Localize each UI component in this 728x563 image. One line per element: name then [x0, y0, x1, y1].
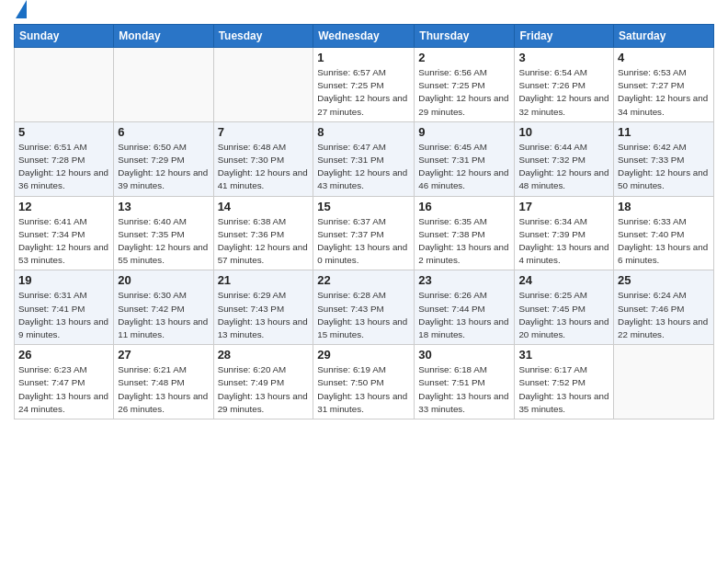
day-number: 17	[518, 200, 609, 213]
calendar-cell: 3Sunrise: 6:54 AMSunset: 7:26 PMDaylight…	[515, 48, 614, 122]
day-info: Sunrise: 6:29 AMSunset: 7:43 PMDaylight:…	[218, 289, 310, 341]
day-number: 19	[18, 273, 109, 287]
day-info: Sunrise: 6:57 AMSunset: 7:25 PMDaylight:…	[317, 66, 410, 119]
weekday-header-monday: Monday	[114, 25, 213, 48]
day-number: 7	[218, 125, 310, 139]
calendar-cell: 4Sunrise: 6:53 AMSunset: 7:27 PMDaylight…	[614, 48, 714, 122]
day-info: Sunrise: 6:38 AMSunset: 7:36 PMDaylight:…	[218, 215, 310, 268]
weekday-header-tuesday: Tuesday	[213, 25, 313, 48]
calendar-cell: 1Sunrise: 6:57 AMSunset: 7:25 PMDaylight…	[313, 48, 415, 122]
day-info: Sunrise: 6:18 AMSunset: 7:51 PMDaylight:…	[418, 363, 510, 416]
day-info: Sunrise: 6:25 AMSunset: 7:45 PMDaylight:…	[518, 289, 609, 341]
calendar-cell: 15Sunrise: 6:37 AMSunset: 7:37 PMDayligh…	[313, 196, 415, 270]
calendar-cell: 26Sunrise: 6:23 AMSunset: 7:47 PMDayligh…	[15, 345, 114, 419]
day-number: 4	[618, 51, 710, 64]
weekday-header-sunday: Sunday	[15, 25, 114, 48]
calendar-cell: 27Sunrise: 6:21 AMSunset: 7:48 PMDayligh…	[114, 345, 213, 419]
day-info: Sunrise: 6:17 AMSunset: 7:52 PMDaylight:…	[518, 363, 609, 416]
header	[14, 9, 714, 18]
day-info: Sunrise: 6:24 AMSunset: 7:46 PMDaylight:…	[618, 289, 710, 341]
calendar-cell: 31Sunrise: 6:17 AMSunset: 7:52 PMDayligh…	[515, 345, 614, 419]
calendar-cell: 2Sunrise: 6:56 AMSunset: 7:25 PMDaylight…	[415, 48, 515, 122]
day-info: Sunrise: 6:35 AMSunset: 7:38 PMDaylight:…	[418, 215, 510, 268]
calendar-cell: 16Sunrise: 6:35 AMSunset: 7:38 PMDayligh…	[415, 196, 515, 270]
week-row-5: 26Sunrise: 6:23 AMSunset: 7:47 PMDayligh…	[15, 345, 714, 419]
calendar-cell: 29Sunrise: 6:19 AMSunset: 7:50 PMDayligh…	[313, 345, 415, 419]
day-info: Sunrise: 6:51 AMSunset: 7:28 PMDaylight:…	[18, 141, 109, 193]
week-row-3: 12Sunrise: 6:41 AMSunset: 7:34 PMDayligh…	[15, 196, 714, 270]
calendar-cell: 19Sunrise: 6:31 AMSunset: 7:41 PMDayligh…	[15, 270, 114, 345]
day-info: Sunrise: 6:53 AMSunset: 7:27 PMDaylight:…	[618, 66, 710, 119]
week-row-1: 1Sunrise: 6:57 AMSunset: 7:25 PMDaylight…	[15, 48, 714, 122]
calendar-cell: 9Sunrise: 6:45 AMSunset: 7:31 PMDaylight…	[415, 121, 515, 196]
day-number: 23	[418, 273, 510, 287]
day-info: Sunrise: 6:30 AMSunset: 7:42 PMDaylight:…	[118, 289, 209, 341]
day-info: Sunrise: 6:20 AMSunset: 7:49 PMDaylight:…	[218, 363, 310, 416]
day-number: 3	[518, 51, 609, 64]
day-info: Sunrise: 6:23 AMSunset: 7:47 PMDaylight:…	[18, 363, 109, 416]
calendar-cell: 13Sunrise: 6:40 AMSunset: 7:35 PMDayligh…	[114, 196, 213, 270]
calendar-cell: 28Sunrise: 6:20 AMSunset: 7:49 PMDayligh…	[213, 345, 313, 419]
day-info: Sunrise: 6:19 AMSunset: 7:50 PMDaylight:…	[317, 363, 410, 416]
day-number: 26	[18, 348, 109, 362]
day-number: 8	[317, 125, 410, 139]
day-number: 9	[418, 125, 510, 139]
day-number: 25	[618, 273, 710, 287]
day-number: 27	[118, 348, 209, 362]
logo-triangle-icon	[16, 0, 27, 18]
day-info: Sunrise: 6:47 AMSunset: 7:31 PMDaylight:…	[317, 141, 410, 193]
day-info: Sunrise: 6:56 AMSunset: 7:25 PMDaylight:…	[418, 66, 510, 119]
day-info: Sunrise: 6:26 AMSunset: 7:44 PMDaylight:…	[418, 289, 510, 341]
weekday-header-friday: Friday	[515, 25, 614, 48]
calendar-cell: 20Sunrise: 6:30 AMSunset: 7:42 PMDayligh…	[114, 270, 213, 345]
calendar-cell	[614, 345, 714, 419]
day-number: 31	[518, 348, 609, 362]
day-info: Sunrise: 6:48 AMSunset: 7:30 PMDaylight:…	[218, 141, 310, 193]
day-info: Sunrise: 6:31 AMSunset: 7:41 PMDaylight:…	[18, 289, 109, 341]
week-row-4: 19Sunrise: 6:31 AMSunset: 7:41 PMDayligh…	[15, 270, 714, 345]
calendar-cell: 17Sunrise: 6:34 AMSunset: 7:39 PMDayligh…	[515, 196, 614, 270]
calendar-cell: 23Sunrise: 6:26 AMSunset: 7:44 PMDayligh…	[415, 270, 515, 345]
day-number: 16	[418, 200, 510, 213]
calendar-cell: 22Sunrise: 6:28 AMSunset: 7:43 PMDayligh…	[313, 270, 415, 345]
day-number: 24	[518, 273, 609, 287]
day-number: 30	[418, 348, 510, 362]
weekday-header-row: SundayMondayTuesdayWednesdayThursdayFrid…	[15, 25, 714, 48]
day-info: Sunrise: 6:41 AMSunset: 7:34 PMDaylight:…	[18, 215, 109, 268]
calendar-cell: 25Sunrise: 6:24 AMSunset: 7:46 PMDayligh…	[614, 270, 714, 345]
calendar-cell: 10Sunrise: 6:44 AMSunset: 7:32 PMDayligh…	[515, 121, 614, 196]
calendar-cell: 8Sunrise: 6:47 AMSunset: 7:31 PMDaylight…	[313, 121, 415, 196]
day-number: 15	[317, 200, 410, 213]
weekday-header-wednesday: Wednesday	[313, 25, 415, 48]
day-info: Sunrise: 6:45 AMSunset: 7:31 PMDaylight:…	[418, 141, 510, 193]
calendar-cell: 11Sunrise: 6:42 AMSunset: 7:33 PMDayligh…	[614, 121, 714, 196]
day-info: Sunrise: 6:34 AMSunset: 7:39 PMDaylight:…	[518, 215, 609, 268]
day-number: 21	[218, 273, 310, 287]
calendar-cell: 24Sunrise: 6:25 AMSunset: 7:45 PMDayligh…	[515, 270, 614, 345]
page-container: SundayMondayTuesdayWednesdayThursdayFrid…	[0, 0, 728, 427]
logo	[14, 9, 27, 18]
day-number: 1	[317, 51, 410, 64]
day-number: 13	[118, 200, 209, 213]
day-number: 14	[218, 200, 310, 213]
day-number: 20	[118, 273, 209, 287]
day-number: 22	[317, 273, 410, 287]
day-info: Sunrise: 6:50 AMSunset: 7:29 PMDaylight:…	[118, 141, 209, 193]
day-info: Sunrise: 6:54 AMSunset: 7:26 PMDaylight:…	[518, 66, 609, 119]
day-info: Sunrise: 6:37 AMSunset: 7:37 PMDaylight:…	[317, 215, 410, 268]
calendar-cell	[213, 48, 313, 122]
day-number: 28	[218, 348, 310, 362]
calendar-cell: 30Sunrise: 6:18 AMSunset: 7:51 PMDayligh…	[415, 345, 515, 419]
calendar-cell: 12Sunrise: 6:41 AMSunset: 7:34 PMDayligh…	[15, 196, 114, 270]
day-info: Sunrise: 6:40 AMSunset: 7:35 PMDaylight:…	[118, 215, 209, 268]
day-number: 12	[18, 200, 109, 213]
calendar-cell: 14Sunrise: 6:38 AMSunset: 7:36 PMDayligh…	[213, 196, 313, 270]
day-info: Sunrise: 6:42 AMSunset: 7:33 PMDaylight:…	[618, 141, 710, 193]
day-info: Sunrise: 6:44 AMSunset: 7:32 PMDaylight:…	[518, 141, 609, 193]
calendar-cell: 7Sunrise: 6:48 AMSunset: 7:30 PMDaylight…	[213, 121, 313, 196]
week-row-2: 5Sunrise: 6:51 AMSunset: 7:28 PMDaylight…	[15, 121, 714, 196]
day-info: Sunrise: 6:33 AMSunset: 7:40 PMDaylight:…	[618, 215, 710, 268]
calendar-cell: 18Sunrise: 6:33 AMSunset: 7:40 PMDayligh…	[614, 196, 714, 270]
weekday-header-saturday: Saturday	[614, 25, 714, 48]
day-info: Sunrise: 6:28 AMSunset: 7:43 PMDaylight:…	[317, 289, 410, 341]
